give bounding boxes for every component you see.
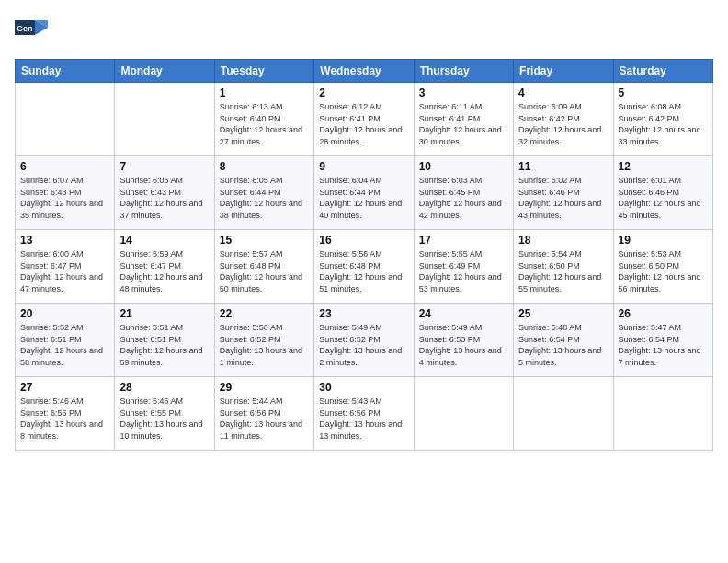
day-number: 10 — [419, 160, 508, 173]
day-number: 22 — [220, 307, 309, 320]
calendar-cell: 22Sunrise: 5:50 AMSunset: 6:52 PMDayligh… — [214, 304, 313, 377]
day-number: 24 — [419, 307, 508, 320]
day-info: Sunrise: 5:51 AMSunset: 6:51 PMDaylight:… — [119, 322, 209, 368]
calendar-cell: 18Sunrise: 5:54 AMSunset: 6:50 PMDayligh… — [514, 230, 613, 304]
day-number: 14 — [119, 234, 209, 247]
day-number: 5 — [619, 86, 708, 99]
calendar-cell: 3Sunrise: 6:11 AMSunset: 6:41 PMDaylight… — [414, 83, 513, 156]
day-info: Sunrise: 6:05 AMSunset: 6:44 PMDaylight:… — [220, 175, 309, 221]
calendar-cell: 27Sunrise: 5:46 AMSunset: 6:55 PMDayligh… — [16, 377, 115, 451]
day-number: 29 — [220, 381, 309, 394]
day-number: 21 — [119, 307, 209, 320]
day-info: Sunrise: 6:07 AMSunset: 6:43 PMDaylight:… — [20, 175, 109, 221]
calendar-cell: 7Sunrise: 6:06 AMSunset: 6:43 PMDaylight… — [115, 156, 214, 230]
day-number: 9 — [319, 160, 408, 173]
calendar-cell: 11Sunrise: 6:02 AMSunset: 6:46 PMDayligh… — [514, 156, 613, 230]
calendar-header-row: SundayMondayTuesdayWednesdayThursdayFrid… — [16, 60, 713, 83]
day-number: 11 — [518, 160, 608, 173]
calendar-cell: 1Sunrise: 6:13 AMSunset: 6:40 PMDaylight… — [214, 83, 313, 156]
calendar-cell: 17Sunrise: 5:55 AMSunset: 6:49 PMDayligh… — [414, 230, 513, 304]
calendar-cell: 9Sunrise: 6:04 AMSunset: 6:44 PMDaylight… — [314, 156, 414, 230]
day-number: 17 — [419, 234, 508, 247]
day-info: Sunrise: 5:48 AMSunset: 6:54 PMDaylight:… — [518, 322, 608, 368]
day-info: Sunrise: 5:53 AMSunset: 6:50 PMDaylight:… — [619, 248, 708, 294]
day-number: 13 — [20, 234, 109, 247]
day-number: 28 — [119, 381, 209, 394]
day-number: 6 — [20, 160, 109, 173]
day-info: Sunrise: 5:47 AMSunset: 6:54 PMDaylight:… — [619, 322, 708, 368]
calendar-cell — [613, 377, 712, 451]
calendar-cell: 10Sunrise: 6:03 AMSunset: 6:45 PMDayligh… — [414, 156, 513, 230]
day-info: Sunrise: 5:55 AMSunset: 6:49 PMDaylight:… — [419, 248, 508, 294]
calendar-cell — [115, 83, 214, 156]
day-info: Sunrise: 6:04 AMSunset: 6:44 PMDaylight:… — [319, 175, 408, 221]
day-number: 4 — [518, 86, 608, 99]
day-info: Sunrise: 6:12 AMSunset: 6:41 PMDaylight:… — [319, 101, 408, 147]
day-number: 1 — [220, 86, 309, 99]
day-info: Sunrise: 5:50 AMSunset: 6:52 PMDaylight:… — [220, 322, 309, 368]
calendar-cell: 16Sunrise: 5:56 AMSunset: 6:48 PMDayligh… — [314, 230, 414, 304]
day-info: Sunrise: 6:09 AMSunset: 6:42 PMDaylight:… — [518, 101, 608, 147]
calendar-week-row: 1Sunrise: 6:13 AMSunset: 6:40 PMDaylight… — [16, 83, 713, 156]
calendar-week-row: 6Sunrise: 6:07 AMSunset: 6:43 PMDaylight… — [16, 156, 713, 230]
logo: Gen — [15, 15, 51, 48]
day-info: Sunrise: 5:57 AMSunset: 6:48 PMDaylight:… — [220, 248, 309, 294]
calendar-week-row: 27Sunrise: 5:46 AMSunset: 6:55 PMDayligh… — [16, 377, 713, 451]
day-info: Sunrise: 6:01 AMSunset: 6:46 PMDaylight:… — [619, 175, 708, 221]
calendar-cell: 21Sunrise: 5:51 AMSunset: 6:51 PMDayligh… — [115, 304, 214, 377]
day-info: Sunrise: 5:45 AMSunset: 6:55 PMDaylight:… — [119, 396, 209, 442]
day-info: Sunrise: 5:49 AMSunset: 6:52 PMDaylight:… — [319, 322, 408, 368]
day-number: 19 — [619, 234, 708, 247]
calendar-week-row: 13Sunrise: 6:00 AMSunset: 6:47 PMDayligh… — [16, 230, 713, 304]
calendar-cell: 28Sunrise: 5:45 AMSunset: 6:55 PMDayligh… — [115, 377, 214, 451]
day-info: Sunrise: 5:46 AMSunset: 6:55 PMDaylight:… — [20, 396, 109, 442]
calendar-cell: 15Sunrise: 5:57 AMSunset: 6:48 PMDayligh… — [214, 230, 313, 304]
weekday-header-friday: Friday — [514, 60, 613, 83]
calendar-cell: 20Sunrise: 5:52 AMSunset: 6:51 PMDayligh… — [16, 304, 115, 377]
day-number: 3 — [419, 86, 508, 99]
day-number: 12 — [619, 160, 708, 173]
calendar-cell — [414, 377, 513, 451]
svg-text:Gen: Gen — [17, 24, 33, 33]
calendar-cell — [514, 377, 613, 451]
calendar-cell: 24Sunrise: 5:49 AMSunset: 6:53 PMDayligh… — [414, 304, 513, 377]
calendar-cell: 6Sunrise: 6:07 AMSunset: 6:43 PMDaylight… — [16, 156, 115, 230]
day-number: 20 — [20, 307, 109, 320]
day-info: Sunrise: 5:59 AMSunset: 6:47 PMDaylight:… — [119, 248, 209, 294]
weekday-header-saturday: Saturday — [613, 60, 712, 83]
day-number: 16 — [319, 234, 408, 247]
calendar-cell: 5Sunrise: 6:08 AMSunset: 6:42 PMDaylight… — [613, 83, 712, 156]
day-info: Sunrise: 6:11 AMSunset: 6:41 PMDaylight:… — [419, 101, 508, 147]
day-number: 2 — [319, 86, 408, 99]
day-info: Sunrise: 6:08 AMSunset: 6:42 PMDaylight:… — [619, 101, 708, 147]
page-header: Gen — [15, 15, 713, 48]
calendar-cell: 25Sunrise: 5:48 AMSunset: 6:54 PMDayligh… — [514, 304, 613, 377]
calendar-cell: 4Sunrise: 6:09 AMSunset: 6:42 PMDaylight… — [514, 83, 613, 156]
calendar-cell: 12Sunrise: 6:01 AMSunset: 6:46 PMDayligh… — [613, 156, 712, 230]
weekday-header-wednesday: Wednesday — [314, 60, 414, 83]
weekday-header-monday: Monday — [115, 60, 214, 83]
day-info: Sunrise: 5:49 AMSunset: 6:53 PMDaylight:… — [419, 322, 508, 368]
day-number: 23 — [319, 307, 408, 320]
logo-icon: Gen — [15, 15, 48, 48]
day-info: Sunrise: 6:00 AMSunset: 6:47 PMDaylight:… — [20, 248, 109, 294]
calendar-cell: 8Sunrise: 6:05 AMSunset: 6:44 PMDaylight… — [214, 156, 313, 230]
day-info: Sunrise: 6:03 AMSunset: 6:45 PMDaylight:… — [419, 175, 508, 221]
day-info: Sunrise: 5:56 AMSunset: 6:48 PMDaylight:… — [319, 248, 408, 294]
calendar-table: SundayMondayTuesdayWednesdayThursdayFrid… — [15, 59, 713, 451]
day-info: Sunrise: 6:02 AMSunset: 6:46 PMDaylight:… — [518, 175, 608, 221]
calendar-cell: 23Sunrise: 5:49 AMSunset: 6:52 PMDayligh… — [314, 304, 414, 377]
calendar-cell: 30Sunrise: 5:43 AMSunset: 6:56 PMDayligh… — [314, 377, 414, 451]
weekday-header-thursday: Thursday — [414, 60, 513, 83]
day-info: Sunrise: 6:13 AMSunset: 6:40 PMDaylight:… — [220, 101, 309, 147]
day-info: Sunrise: 5:44 AMSunset: 6:56 PMDaylight:… — [220, 396, 309, 442]
day-info: Sunrise: 5:43 AMSunset: 6:56 PMDaylight:… — [319, 396, 408, 442]
calendar-cell: 14Sunrise: 5:59 AMSunset: 6:47 PMDayligh… — [115, 230, 214, 304]
calendar-cell: 19Sunrise: 5:53 AMSunset: 6:50 PMDayligh… — [613, 230, 712, 304]
calendar-cell: 29Sunrise: 5:44 AMSunset: 6:56 PMDayligh… — [214, 377, 313, 451]
day-info: Sunrise: 5:52 AMSunset: 6:51 PMDaylight:… — [20, 322, 109, 368]
calendar-cell — [16, 83, 115, 156]
calendar-week-row: 20Sunrise: 5:52 AMSunset: 6:51 PMDayligh… — [16, 304, 713, 377]
day-number: 15 — [220, 234, 309, 247]
day-number: 18 — [518, 234, 608, 247]
